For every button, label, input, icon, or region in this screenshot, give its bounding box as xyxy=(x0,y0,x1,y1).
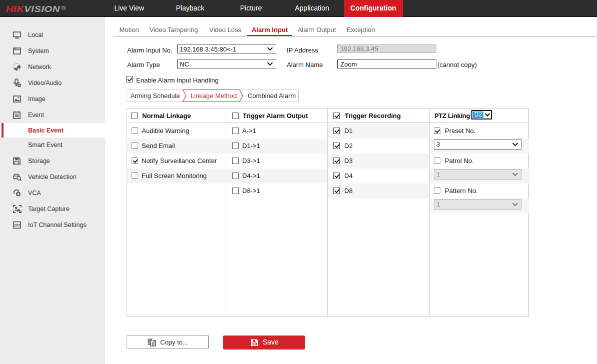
svg-text:Linkage Method: Linkage Method xyxy=(191,92,237,100)
svg-text:IOT: IOT xyxy=(14,224,21,228)
